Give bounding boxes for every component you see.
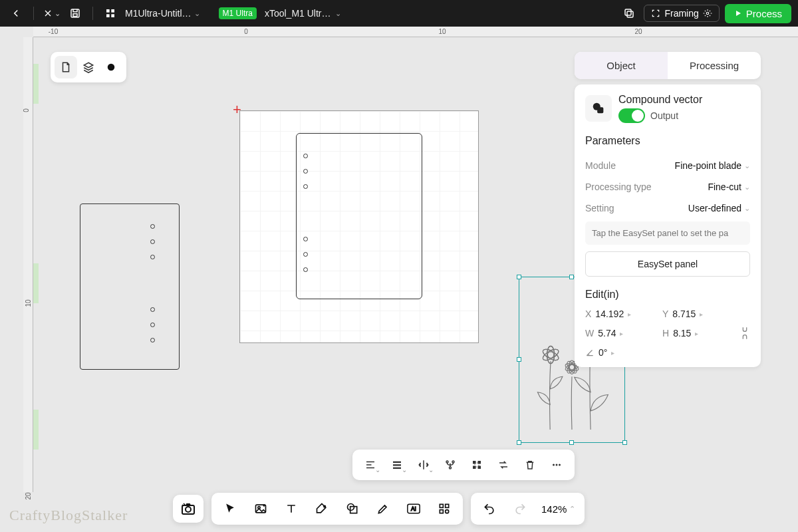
properties-panel: Object Processing Compound vector Output… (575, 52, 761, 367)
y-field[interactable]: Y8.715▸ (662, 309, 732, 319)
svg-point-16 (547, 352, 553, 358)
svg-rect-2 (106, 9, 110, 13)
punch-holes (303, 237, 308, 272)
undo-button[interactable] (476, 497, 503, 521)
more-icon[interactable] (545, 455, 568, 475)
gear-icon (703, 9, 712, 18)
process-label: Process (746, 8, 782, 19)
fill-icon[interactable] (100, 56, 122, 78)
device-dropdown[interactable]: xTool_M1 Ultr… ⌄ (265, 8, 341, 19)
swap-icon[interactable] (492, 455, 515, 475)
module-row[interactable]: Module Fine-point blade⌄ (585, 155, 750, 176)
lock-aspect-icon[interactable] (739, 326, 750, 340)
draw-tool[interactable] (370, 497, 396, 521)
copy-icon[interactable] (620, 4, 638, 23)
shape-planner-page[interactable] (296, 133, 422, 299)
svg-rect-39 (478, 461, 481, 464)
svg-point-47 (186, 507, 191, 512)
horizontal-ruler: -10 0 10 20 (33, 27, 798, 37)
angle-icon (585, 348, 595, 357)
green-band (33, 263, 39, 303)
text-tool[interactable] (278, 497, 305, 521)
svg-point-58 (446, 510, 449, 513)
svg-rect-1 (73, 14, 77, 17)
parameters-header: Parameters (585, 135, 750, 147)
ruler-tick: 20 (634, 28, 642, 35)
ruler-tick: -10 (49, 28, 58, 35)
setting-row[interactable]: Setting User-defined⌄ (585, 198, 750, 219)
ptype-value: Fine-cut (708, 182, 741, 192)
setting-label: Setting (585, 203, 614, 213)
context-toolbar (352, 450, 575, 480)
easyset-hint: Tap the EasySet panel to set the pa (585, 221, 750, 245)
svg-rect-57 (440, 510, 443, 513)
origin-crosshair: + (233, 101, 241, 118)
device-name: xTool_M1 Ultr… (265, 8, 331, 19)
file-name-dropdown[interactable]: M1Ultra-Untitl… ⌄ (125, 8, 200, 19)
main-tools: AI (211, 493, 463, 525)
app-menu-button[interactable]: ⌄ (42, 4, 61, 23)
angle-field[interactable]: 0°▸ (585, 347, 654, 358)
ai-tool[interactable]: AI (400, 497, 427, 521)
svg-rect-55 (440, 504, 443, 507)
svg-point-23 (569, 365, 575, 370)
camera-button[interactable] (173, 495, 203, 523)
svg-point-29 (108, 64, 115, 71)
history-zoom: 142%⌃ (471, 493, 585, 525)
image-tool[interactable] (247, 497, 274, 521)
page-icon[interactable] (55, 56, 77, 78)
svg-rect-56 (446, 504, 449, 507)
zoom-dropdown[interactable]: 142%⌃ (537, 503, 579, 515)
distribute-icon[interactable] (386, 455, 408, 475)
output-toggle[interactable] (618, 108, 645, 123)
svg-point-36 (452, 461, 454, 463)
x-field[interactable]: X14.192▸ (585, 309, 654, 319)
layer-toolbar (51, 52, 126, 82)
shape-planner-page-small[interactable] (80, 203, 180, 370)
green-band (33, 64, 39, 104)
compound-vector-icon (585, 95, 612, 122)
svg-rect-40 (473, 466, 476, 469)
module-value: Fine-point blade (675, 160, 741, 171)
ruler-tick: 0 (23, 108, 30, 112)
svg-rect-41 (478, 466, 481, 469)
redo-button[interactable] (507, 497, 533, 521)
output-label: Output (650, 110, 678, 121)
punch-holes (150, 307, 155, 342)
w-field[interactable]: W5.74▸ (585, 328, 654, 338)
framing-button[interactable]: Framing (644, 5, 719, 22)
vertical-ruler: 0 10 20 (23, 37, 33, 492)
svg-point-50 (324, 505, 326, 507)
vector-pen-tool[interactable] (309, 497, 335, 521)
svg-point-20 (547, 346, 555, 363)
punch-holes (150, 224, 155, 259)
h-field[interactable]: H8.15▸ (662, 328, 732, 338)
apps-icon[interactable] (101, 4, 120, 23)
delete-icon[interactable] (519, 455, 541, 475)
edit-nodes-icon[interactable] (439, 455, 462, 475)
tab-object[interactable]: Object (575, 52, 668, 79)
edit-header: Edit(in) (585, 289, 750, 301)
align-icon[interactable] (359, 455, 382, 475)
flip-icon[interactable] (412, 455, 435, 475)
svg-rect-34 (393, 467, 401, 469)
easyset-button[interactable]: EasySet panel (585, 251, 750, 277)
punch-holes (303, 154, 308, 189)
svg-point-43 (553, 464, 555, 466)
process-button[interactable]: Process (725, 4, 791, 23)
setting-value: User-defined (688, 203, 741, 213)
ruler-tick: 10 (438, 28, 446, 35)
ruler-tick: 10 (25, 299, 32, 307)
processing-type-row[interactable]: Processing type Fine-cut⌄ (585, 176, 750, 198)
back-button[interactable] (7, 4, 25, 23)
shape-tool[interactable] (339, 497, 366, 521)
layers-icon[interactable] (77, 56, 100, 78)
apps-tool[interactable] (431, 497, 458, 521)
svg-rect-4 (106, 14, 110, 17)
tab-processing[interactable]: Processing (668, 52, 761, 79)
zoom-value: 142% (541, 503, 567, 515)
save-button[interactable] (66, 4, 84, 23)
array-icon[interactable] (466, 455, 488, 475)
select-tool[interactable] (217, 497, 243, 521)
svg-point-45 (559, 464, 561, 466)
